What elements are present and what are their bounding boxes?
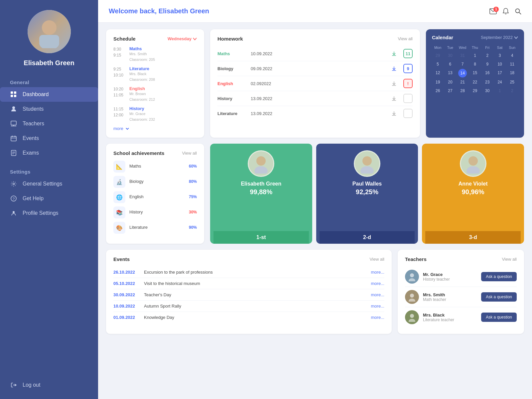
cal-day[interactable]: 1 xyxy=(494,87,505,95)
teachers-list: Mr. Grace History teacher Ask a question… xyxy=(405,267,517,327)
cal-day[interactable]: 13 xyxy=(444,69,456,77)
achievement-item: 🌐 English 75% xyxy=(113,191,197,203)
achievement-icon: 🌐 xyxy=(113,191,125,203)
cal-day[interactable]: 19 xyxy=(432,78,444,86)
teacher-role: History teacher xyxy=(423,277,477,282)
cal-day[interactable]: 14 xyxy=(458,69,467,77)
schedule-subject: Literature xyxy=(129,66,155,71)
teachers-icon xyxy=(10,120,17,127)
events-title: Events xyxy=(113,256,130,262)
calendar-month-selector[interactable]: September 2022 xyxy=(481,35,518,40)
teachers-view-all[interactable]: View all xyxy=(502,257,517,262)
cal-day[interactable]: 6 xyxy=(444,60,456,68)
header: Welcome back, Elisabeth Green 1 xyxy=(98,0,532,23)
svg-rect-5 xyxy=(11,95,13,97)
event-more-link[interactable]: more... xyxy=(371,270,384,275)
cal-day[interactable]: 9 xyxy=(481,60,493,68)
cal-day[interactable]: 22 xyxy=(469,78,481,86)
cal-day[interactable]: 21 xyxy=(457,78,468,86)
cal-day[interactable]: 5 xyxy=(432,60,444,68)
events-view-all[interactable]: View all xyxy=(369,257,384,262)
exams-icon xyxy=(10,149,17,157)
cal-day[interactable]: 1 xyxy=(469,52,481,60)
rank-score: 90,96% xyxy=(462,188,484,196)
sidebar-item-teachers[interactable]: Teachers xyxy=(0,116,98,131)
cal-day[interactable]: 27 xyxy=(444,87,456,95)
event-more-link[interactable]: more... xyxy=(371,304,384,309)
cal-day[interactable]: 26 xyxy=(432,87,444,95)
cal-day[interactable]: 12 xyxy=(432,69,444,77)
cal-day[interactable]: 30 xyxy=(481,87,493,95)
sidebar-item-exams[interactable]: Exams xyxy=(0,146,98,160)
ranking-container: Elisabeth Green 99,88% 1-st Paul Walles … xyxy=(210,144,524,244)
header-user-name: Elisabeth Green xyxy=(159,7,209,15)
event-row: 01.09.2022 Knowledge Day more... xyxy=(113,312,384,323)
schedule-day-selector[interactable]: Wednesday xyxy=(168,36,197,41)
cal-day[interactable]: 2 xyxy=(506,87,518,95)
cal-day[interactable]: 29 xyxy=(432,52,444,60)
ask-question-button[interactable]: Ask a question xyxy=(481,272,517,281)
cal-day[interactable]: 7 xyxy=(457,60,468,68)
schedule-item: 8:309:15 Maths Mrs. SmithClassroom: 205 xyxy=(113,46,197,62)
calendar-grid: MonTueWedThuFriSatSun2930311234567891011… xyxy=(432,44,518,95)
sidebar-item-dashboard[interactable]: Dashboard xyxy=(0,87,98,102)
achievement-item: 📐 Maths 60% xyxy=(113,161,197,173)
search-button[interactable] xyxy=(515,8,521,15)
schedule-more-button[interactable]: more xyxy=(113,126,197,131)
schedule-more-label: more xyxy=(113,126,123,131)
cal-day[interactable]: 28 xyxy=(457,87,468,95)
welcome-text: Welcome back, xyxy=(109,7,159,15)
achievement-item: 📚 History 30% xyxy=(113,206,197,218)
dashboard-icon xyxy=(10,91,17,98)
rank-avatar xyxy=(460,150,486,177)
homework-view-all[interactable]: View all xyxy=(398,36,413,41)
hw-badge xyxy=(403,94,413,103)
cal-day[interactable]: 16 xyxy=(481,69,493,77)
ask-question-button[interactable]: Ask a question xyxy=(481,313,517,322)
sidebar-item-profile-settings[interactable]: Profile Settings xyxy=(0,206,98,220)
cal-day[interactable]: 2 xyxy=(481,52,493,60)
svg-point-44 xyxy=(410,273,414,277)
notification-button[interactable] xyxy=(503,8,509,15)
cal-day-header: Fri xyxy=(481,44,493,51)
cal-day[interactable]: 24 xyxy=(494,78,505,86)
cal-day[interactable]: 31 xyxy=(457,52,468,60)
sidebar-item-get-help[interactable]: ? Get Help xyxy=(0,191,98,206)
schedule-info: Mr. BrownClassroom: 212 xyxy=(129,91,155,102)
cal-day[interactable]: 15 xyxy=(469,69,481,77)
ask-question-button[interactable]: Ask a question xyxy=(481,292,517,302)
mail-badge: 1 xyxy=(493,7,499,12)
schedule-subject: History xyxy=(129,106,155,111)
cal-day[interactable]: 18 xyxy=(506,69,518,77)
hw-date: 13.09.2022 xyxy=(251,111,388,116)
event-more-link[interactable]: more... xyxy=(371,315,384,320)
sidebar-item-students[interactable]: Students xyxy=(0,102,98,116)
event-date: 26.10.2022 xyxy=(113,270,140,275)
hw-badge: ! xyxy=(403,79,413,88)
sidebar-item-general-settings[interactable]: General Settings xyxy=(0,177,98,191)
cal-day[interactable]: 25 xyxy=(506,78,518,86)
mail-button[interactable]: 1 xyxy=(489,8,497,14)
logout-button[interactable]: Log out xyxy=(0,378,98,392)
cal-day[interactable]: 4 xyxy=(506,52,518,60)
cal-day[interactable]: 10 xyxy=(494,60,505,68)
cal-day[interactable]: 29 xyxy=(469,87,481,95)
achievements-view-all[interactable]: View all xyxy=(182,151,197,156)
svg-point-38 xyxy=(256,156,266,166)
sidebar-item-events[interactable]: Events xyxy=(0,131,98,146)
cal-day[interactable]: 23 xyxy=(481,78,493,86)
event-more-link[interactable]: more... xyxy=(371,292,384,297)
header-icons: 1 xyxy=(489,8,521,15)
hw-subject: Maths xyxy=(217,51,247,56)
schedule-day-label: Wednesday xyxy=(168,36,192,41)
cal-day[interactable]: 17 xyxy=(494,69,505,77)
achievement-pct: 80% xyxy=(186,179,197,184)
teachers-title: Teachers xyxy=(405,256,427,262)
cal-day[interactable]: 3 xyxy=(494,52,505,60)
cal-day[interactable]: 30 xyxy=(444,52,456,60)
event-more-link[interactable]: more... xyxy=(371,281,384,286)
cal-day[interactable]: 20 xyxy=(444,78,456,86)
teacher-name: Mrs. Black xyxy=(423,313,477,318)
cal-day[interactable]: 11 xyxy=(506,60,518,68)
cal-day[interactable]: 8 xyxy=(469,60,481,68)
